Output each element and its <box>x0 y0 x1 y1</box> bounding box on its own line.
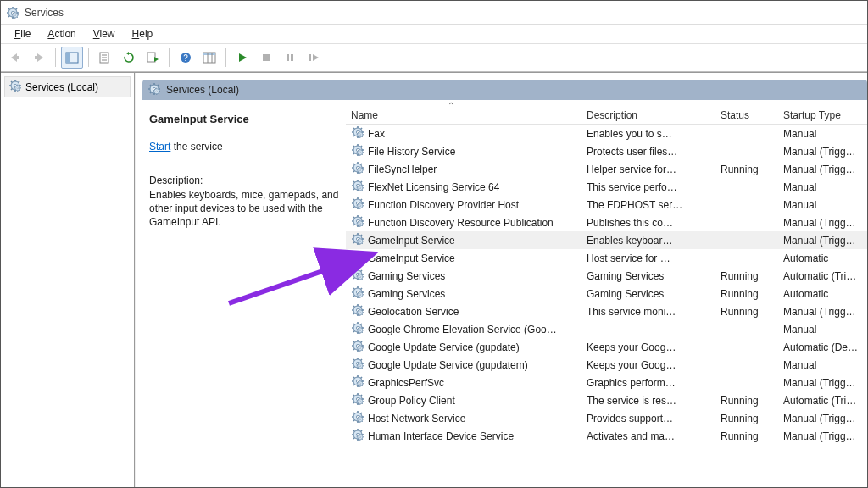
service-row[interactable]: GameInput ServiceHost service for …Autom… <box>346 249 867 267</box>
forward-button[interactable] <box>28 47 50 69</box>
service-description: Activates and ma… <box>581 430 715 442</box>
service-row[interactable]: Group Policy ClientThe service is res…Ru… <box>346 391 867 409</box>
service-row[interactable]: Google Update Service (gupdate)Keeps you… <box>346 338 867 356</box>
service-description: Keeps your Goog… <box>581 341 715 353</box>
service-name: Human Interface Device Service <box>368 430 514 442</box>
navigation-sidebar: Services (Local) <box>1 73 135 487</box>
services-list-pane: ⌃ Name Description Status Startup Type F… <box>346 101 867 487</box>
svg-marker-10 <box>11 53 17 62</box>
service-row[interactable]: Human Interface Device ServiceActivates … <box>346 427 867 445</box>
stop-service-button[interactable] <box>255 47 277 69</box>
pause-service-button[interactable] <box>279 47 301 69</box>
service-name: Function Discovery Provider Host <box>368 199 519 211</box>
show-hide-tree-button[interactable] <box>61 47 83 69</box>
service-row[interactable]: Google Chrome Elevation Service (Goo…Man… <box>346 320 867 338</box>
app-icon <box>6 6 19 19</box>
menu-view[interactable]: View <box>86 26 122 42</box>
service-startup: Manual <box>778 128 867 140</box>
toolbar-separator <box>225 48 226 67</box>
svg-rect-30 <box>263 54 270 61</box>
column-header-status[interactable]: Status <box>715 109 778 121</box>
toolbar-separator <box>55 48 56 67</box>
service-status: Running <box>715 270 778 282</box>
service-row[interactable]: FaxEnables you to s…Manual <box>346 125 867 142</box>
service-name: GameInput Service <box>368 252 455 264</box>
service-startup: Automatic <box>778 288 867 300</box>
help-button[interactable]: ? <box>175 47 197 69</box>
service-row[interactable]: GraphicsPerfSvcGraphics perform…Manual (… <box>346 374 867 391</box>
menu-help[interactable]: Help <box>125 26 160 42</box>
content-tab-label: Services (Local) <box>166 84 239 96</box>
service-name: Gaming Services <box>368 270 445 282</box>
service-description: Gaming Services <box>581 288 715 300</box>
selected-service-title: GameInput Service <box>149 113 339 125</box>
service-gear-icon <box>351 410 364 426</box>
list-column-headers: ⌃ Name Description Status Startup Type <box>346 101 867 125</box>
service-row[interactable]: File History ServiceProtects user files…… <box>346 142 867 160</box>
service-row[interactable]: Host Network ServiceProvides support…Run… <box>346 409 867 427</box>
window-title: Services <box>25 7 64 19</box>
service-row[interactable]: Function Discovery Provider HostThe FDPH… <box>346 196 867 214</box>
service-row[interactable]: Function Discovery Resource PublicationP… <box>346 214 867 231</box>
start-service-link[interactable]: Start <box>149 141 170 152</box>
start-service-button[interactable] <box>231 47 253 69</box>
svg-rect-33 <box>309 54 311 61</box>
service-row[interactable]: FlexNet Licensing Service 64This service… <box>346 178 867 196</box>
menu-action[interactable]: Action <box>41 26 82 42</box>
service-status: Running <box>715 164 778 175</box>
service-startup: Manual (Trigg… <box>778 430 867 442</box>
service-startup: Manual (Trigg… <box>778 164 867 175</box>
service-row[interactable]: Geolocation ServiceThis service moni…Run… <box>346 302 867 320</box>
service-description: Keeps your Goog… <box>581 359 715 371</box>
service-startup: Automatic (Tri… <box>778 270 867 282</box>
restart-service-button[interactable] <box>303 47 325 69</box>
service-row[interactable]: Google Update Service (gupdatem)Keeps yo… <box>346 356 867 374</box>
service-gear-icon <box>351 392 364 408</box>
sidebar-node-label: Services (Local) <box>25 81 98 93</box>
back-button[interactable] <box>4 47 26 69</box>
svg-marker-12 <box>37 53 43 62</box>
service-startup: Manual (Trigg… <box>778 306 867 318</box>
service-name: Group Policy Client <box>368 395 455 407</box>
service-startup: Manual (Trigg… <box>778 235 867 247</box>
service-name: File History Service <box>368 146 455 158</box>
service-name: Host Network Service <box>368 413 465 424</box>
service-name: Google Update Service (gupdate) <box>368 341 520 353</box>
service-name: GameInput Service <box>368 235 455 247</box>
svg-marker-22 <box>154 57 159 62</box>
column-header-name[interactable]: Name <box>346 109 581 121</box>
svg-rect-31 <box>287 54 289 61</box>
column-header-startup[interactable]: Startup Type <box>778 109 867 121</box>
service-gear-icon <box>351 232 364 248</box>
service-row[interactable]: Gaming ServicesGaming ServicesRunningAut… <box>346 267 867 285</box>
service-name: Gaming Services <box>368 288 445 300</box>
description-body: Enables keyboards, mice, gamepads, and o… <box>149 188 339 230</box>
svg-rect-15 <box>66 53 70 63</box>
sidebar-node-services-local[interactable]: Services (Local) <box>4 76 131 97</box>
export-list-button[interactable] <box>142 47 164 69</box>
svg-marker-29 <box>239 53 247 62</box>
service-name: FileSyncHelper <box>368 164 437 175</box>
service-startup: Automatic (Tri… <box>778 395 867 407</box>
service-description: The service is res… <box>581 395 715 407</box>
service-name: GraphicsPerfSvc <box>368 377 444 389</box>
service-startup: Automatic <box>778 252 867 264</box>
services-list-rows: FaxEnables you to s…ManualFile History S… <box>346 125 867 445</box>
service-row[interactable]: FileSyncHelperHelper service for…Running… <box>346 160 867 178</box>
properties-button[interactable] <box>94 47 116 69</box>
columns-button[interactable] <box>198 47 220 69</box>
service-row[interactable]: Gaming ServicesGaming ServicesRunningAut… <box>346 285 867 302</box>
service-status: Running <box>715 430 778 442</box>
refresh-button[interactable] <box>118 47 140 69</box>
column-header-description[interactable]: Description <box>581 109 715 121</box>
service-name: FlexNet Licensing Service 64 <box>368 181 499 193</box>
service-gear-icon <box>351 428 364 444</box>
toolbar: ? <box>1 43 867 72</box>
service-gear-icon <box>351 214 364 230</box>
menu-file[interactable]: File <box>8 26 37 42</box>
service-gear-icon <box>351 339 364 355</box>
service-startup: Manual <box>778 359 867 371</box>
service-row[interactable]: GameInput ServiceEnables keyboar…Manual … <box>346 231 867 249</box>
svg-rect-26 <box>203 53 215 55</box>
service-gear-icon <box>351 286 364 302</box>
